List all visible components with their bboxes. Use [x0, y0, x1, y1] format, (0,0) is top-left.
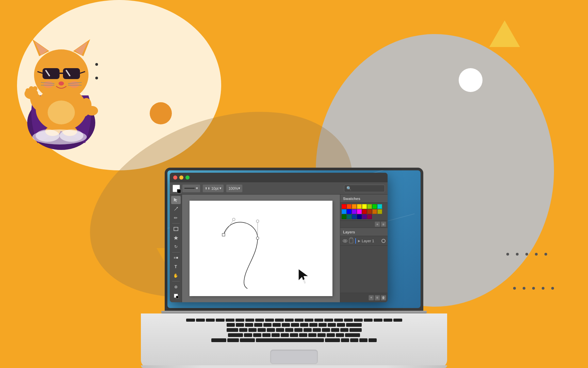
tool-zoom[interactable]: ⊕	[171, 283, 181, 291]
svg-rect-38	[176, 257, 178, 259]
title-bar	[170, 173, 388, 182]
swatch-21[interactable]	[367, 214, 372, 219]
svg-point-17	[69, 81, 79, 88]
svg-line-39	[224, 219, 234, 235]
svg-point-34	[177, 207, 178, 208]
svg-point-43	[256, 220, 259, 223]
add-layer-button[interactable]: +	[369, 295, 374, 301]
laptop-keyboard	[178, 317, 410, 342]
svg-point-48	[344, 240, 346, 242]
swatches-panel: Swatches + ≡	[340, 195, 388, 228]
svg-rect-35	[174, 227, 178, 231]
svg-rect-41	[222, 233, 225, 236]
add-swatch-button[interactable]: +	[375, 221, 380, 227]
swatch-3[interactable]	[357, 204, 362, 209]
layer-menu-button[interactable]: ≡	[375, 295, 380, 301]
swatch-14[interactable]	[372, 209, 377, 214]
swatch-15[interactable]	[377, 209, 382, 214]
tool-select[interactable]	[171, 196, 181, 204]
stroke-size-arrows: ⬆⬇	[205, 187, 210, 190]
swatch-12[interactable]	[362, 209, 367, 214]
orange-dot-decoration	[150, 102, 172, 124]
cursor	[297, 267, 315, 289]
swatch-13[interactable]	[367, 209, 372, 214]
tool-color[interactable]	[171, 292, 181, 300]
laptop-trackpad[interactable]	[270, 350, 318, 364]
tool-rect[interactable]	[171, 225, 181, 233]
fill-color-box[interactable]	[173, 185, 180, 192]
search-bar[interactable]: 🔍	[344, 185, 385, 192]
swatch-18[interactable]	[352, 214, 357, 219]
toolbar: ▾ ⬆⬇ 10pt ▾ 100% ▾ 🔍	[170, 182, 388, 195]
laptop-hinge	[161, 311, 427, 313]
layers-header: Layers	[340, 228, 388, 236]
maximize-button[interactable]	[185, 175, 190, 180]
laptop: ✦ ✦ ✦ ▾ ⬆⬇ 10pt	[141, 168, 447, 368]
white-circle-decoration	[459, 68, 483, 92]
layer-eye-icon[interactable]	[342, 238, 348, 244]
svg-marker-46	[299, 277, 315, 289]
tool-pen[interactable]	[171, 205, 181, 213]
layer-expand-icon[interactable]: ▶	[358, 239, 360, 243]
layers-empty-area	[340, 246, 388, 293]
swatch-2[interactable]	[352, 204, 357, 209]
dots-right-group2	[513, 287, 554, 290]
swatches-grid	[340, 203, 388, 220]
swatches-label: Swatches	[343, 197, 360, 201]
app-content: ✏ ↻ T ✋ ⊕	[170, 195, 388, 302]
swatch-17[interactable]	[347, 214, 352, 219]
svg-point-16	[44, 81, 53, 88]
tool-star[interactable]	[171, 234, 181, 242]
swatch-5[interactable]	[367, 204, 372, 209]
close-button[interactable]	[173, 175, 177, 180]
canvas-white	[190, 201, 332, 296]
svg-point-15	[59, 81, 64, 86]
layer-row-1[interactable]: ▶ Layer 1	[340, 236, 388, 246]
svg-point-26	[33, 86, 37, 91]
svg-marker-36	[174, 236, 178, 240]
right-panels: Swatches + ≡ Layers	[340, 195, 388, 302]
swatch-8[interactable]	[342, 209, 346, 214]
stroke-dropdown[interactable]: ▾	[182, 184, 200, 193]
swatch-6[interactable]	[372, 204, 377, 209]
stroke-chevron: ▾	[196, 186, 198, 190]
swatch-7[interactable]	[377, 204, 382, 209]
swatch-16[interactable]	[342, 214, 346, 219]
tool-text[interactable]: T	[171, 263, 181, 271]
svg-point-2	[48, 101, 75, 124]
swatch-9[interactable]	[347, 209, 352, 214]
laptop-screen-bezel: ✦ ✦ ✦ ▾ ⬆⬇ 10pt	[165, 168, 423, 311]
triangle-top-right	[489, 20, 520, 47]
svg-point-28	[86, 106, 98, 116]
swatch-0[interactable]	[342, 204, 346, 209]
laptop-base	[141, 313, 447, 368]
tool-pencil[interactable]: ✏	[171, 214, 181, 222]
swatch-10[interactable]	[352, 209, 357, 214]
tool-divider-2	[172, 252, 180, 252]
svg-rect-8	[43, 68, 60, 79]
layer-name: Layer 1	[362, 239, 380, 243]
delete-layer-button[interactable]: 🗑	[381, 295, 386, 301]
zoom-value: 100%	[228, 186, 238, 190]
stroke-size-dropdown[interactable]: ⬆⬇ 10pt ▾	[202, 184, 224, 193]
layer-target-circle[interactable]	[381, 239, 386, 243]
layer-indicator	[355, 238, 356, 244]
swatch-11[interactable]	[357, 209, 362, 214]
swatch-menu-button[interactable]: ≡	[381, 221, 386, 227]
swatch-19[interactable]	[357, 214, 362, 219]
swatch-20[interactable]	[362, 214, 367, 219]
swatch-4[interactable]	[362, 204, 367, 209]
swatches-actions: + ≡	[340, 220, 388, 228]
zoom-chevron: ▾	[238, 186, 240, 190]
swatch-1[interactable]	[347, 204, 352, 209]
tool-blend[interactable]	[171, 254, 181, 262]
minimize-button[interactable]	[179, 175, 183, 180]
search-icon: 🔍	[346, 186, 352, 191]
svg-point-42	[232, 218, 235, 221]
svg-point-33	[60, 129, 83, 142]
stroke-size-chevron: ▾	[219, 186, 222, 190]
tool-grab[interactable]: ✋	[171, 272, 181, 280]
tool-rotate[interactable]: ↻	[171, 243, 181, 251]
tool-divider-1	[172, 223, 180, 224]
zoom-dropdown[interactable]: 100% ▾	[226, 184, 242, 193]
